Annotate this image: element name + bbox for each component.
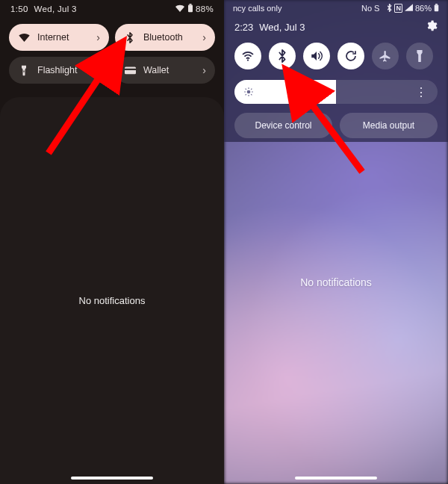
toggle-airplane[interactable] (372, 43, 399, 69)
tile-bluetooth[interactable]: Bluetooth › (115, 24, 215, 51)
pixel-quick-settings-panel: 1:50 Wed, Jul 3 88% Internet › Bluetooth… (0, 0, 224, 484)
rotate-icon (344, 49, 358, 63)
no-notifications-text: No notifications (224, 276, 448, 288)
gesture-handle[interactable] (295, 477, 377, 480)
quick-toggles-row (224, 35, 448, 69)
samsung-quick-settings-panel: ncy calls only No S N 86% 2:23 Wed, Jul … (224, 0, 448, 484)
chevron-right-icon: › (202, 31, 206, 43)
svg-rect-2 (23, 70, 24, 72)
tile-label: Internet (37, 32, 96, 43)
tile-internet[interactable]: Internet › (9, 24, 109, 51)
toggle-wifi[interactable] (234, 43, 261, 69)
flashlight-icon (415, 49, 424, 63)
brightness-fill (234, 80, 336, 104)
signal-status-icon (405, 4, 413, 13)
svg-rect-4 (125, 69, 136, 70)
settings-gear-icon[interactable] (425, 19, 438, 35)
action-buttons-row: Device control Media output (224, 104, 448, 138)
bluetooth-status-icon (387, 4, 392, 13)
battery-percent: 88% (196, 4, 214, 13)
battery-status-icon (187, 4, 193, 14)
panel-background (0, 97, 224, 484)
svg-rect-7 (435, 4, 438, 4)
battery-status-icon (434, 4, 439, 13)
header-date: Wed, Jul 3 (259, 22, 305, 33)
quick-tiles-grid: Internet › Bluetooth › Flashlight › Wall… (0, 18, 224, 84)
toggle-bluetooth[interactable] (269, 43, 296, 69)
wallet-icon (124, 66, 136, 75)
sun-icon (243, 87, 254, 97)
tile-label: Bluetooth (143, 32, 202, 43)
toggle-flashlight[interactable] (406, 43, 433, 69)
wifi-icon (241, 51, 255, 61)
tile-flashlight[interactable]: Flashlight › (9, 57, 109, 84)
status-date: Wed, Jul 3 (34, 4, 77, 13)
chevron-right-icon: › (96, 64, 100, 76)
carrier-text-2: No S (361, 4, 379, 13)
device-control-button[interactable]: Device control (234, 113, 332, 138)
wifi-status-icon (175, 4, 184, 13)
tile-label: Wallet (143, 65, 202, 75)
chevron-right-icon: › (202, 64, 206, 76)
svg-point-9 (247, 90, 251, 94)
status-bar: ncy calls only No S N 86% (224, 0, 448, 16)
svg-rect-6 (435, 4, 439, 11)
sound-icon (310, 50, 323, 62)
svg-line-15 (251, 94, 252, 95)
tile-label: Flashlight (37, 65, 96, 75)
bluetooth-icon (278, 49, 287, 63)
status-bar: 1:50 Wed, Jul 3 88% (0, 0, 224, 18)
brightness-slider[interactable]: ⋮ (234, 80, 438, 104)
toggle-rotate[interactable] (337, 43, 364, 69)
more-options-icon[interactable]: ⋮ (415, 85, 429, 99)
toggle-sound[interactable] (303, 43, 330, 69)
status-icons-cluster: N 86% (387, 4, 439, 13)
header-row: 2:23 Wed, Jul 3 (224, 16, 448, 35)
flashlight-icon (18, 65, 30, 76)
chevron-right-icon: › (96, 31, 100, 43)
nfc-status-icon: N (394, 4, 402, 13)
no-notifications-text: No notifications (0, 295, 224, 306)
svg-point-8 (247, 59, 249, 60)
gesture-handle[interactable] (71, 477, 153, 480)
header-time: 2:23 (234, 22, 253, 33)
svg-rect-0 (188, 5, 193, 13)
media-output-button[interactable]: Media output (340, 113, 438, 138)
svg-line-14 (246, 89, 246, 90)
wifi-icon (18, 33, 30, 42)
tile-wallet[interactable]: Wallet › (115, 57, 215, 84)
status-time: 1:50 (10, 4, 28, 13)
airplane-icon (379, 49, 392, 63)
svg-rect-1 (190, 4, 192, 5)
battery-percent: 86% (415, 4, 432, 13)
svg-line-17 (251, 89, 252, 90)
svg-line-16 (246, 94, 246, 95)
svg-rect-3 (125, 67, 136, 75)
bluetooth-icon (124, 32, 136, 43)
carrier-text: ncy calls only (233, 4, 354, 13)
